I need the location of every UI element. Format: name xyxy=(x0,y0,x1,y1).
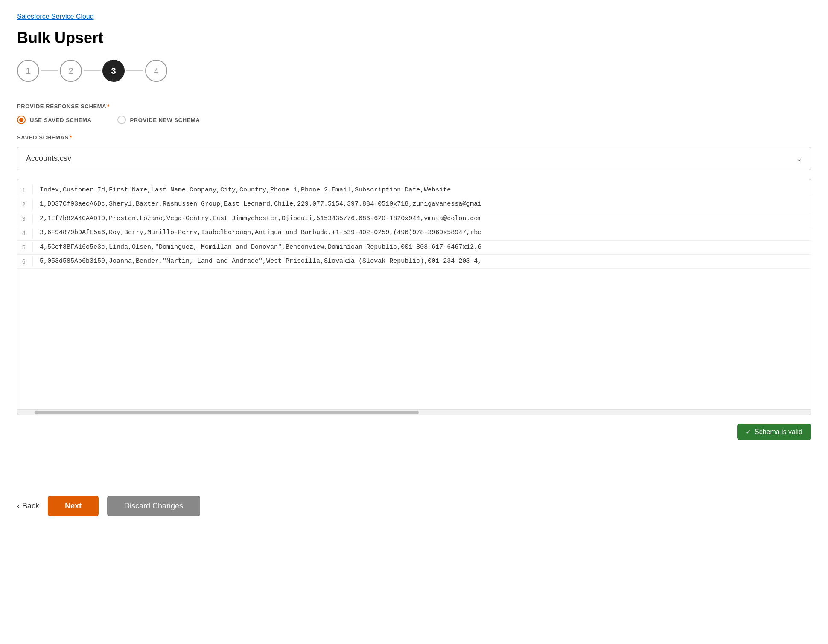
csv-content-4: 3,6F94879bDAfE5a6,Roy,Berry,Murillo-Perr… xyxy=(40,228,481,238)
dropdown-value: Accounts.csv xyxy=(26,154,71,163)
radio-use-saved-circle xyxy=(17,116,26,124)
back-button[interactable]: ‹ Back xyxy=(17,502,39,511)
radio-provide-new[interactable]: PROVIDE NEW SCHEMA xyxy=(117,116,200,124)
csv-content-6: 5,053d585Ab6b3159,Joanna,Bender,"Martin,… xyxy=(40,256,481,267)
page-title: Bulk Upsert xyxy=(17,29,811,47)
breadcrumb-link[interactable]: Salesforce Service Cloud xyxy=(17,13,94,20)
line-num-4: 4 xyxy=(17,228,33,238)
csv-row-3: 3 2,1Ef7b82A4CAAD10,Preston,Lozano,Vega-… xyxy=(17,212,811,226)
schema-valid-text: Schema is valid xyxy=(755,428,802,436)
step-4[interactable]: 4 xyxy=(145,60,167,82)
csv-row-6: 6 5,053d585Ab6b3159,Joanna,Bender,"Marti… xyxy=(17,255,811,269)
schema-valid-badge: ✓ Schema is valid xyxy=(737,424,811,440)
back-chevron-icon: ‹ xyxy=(17,502,20,511)
provide-response-schema-section: PROVIDE RESPONSE SCHEMA* USE SAVED SCHEM… xyxy=(17,103,811,444)
step-connector-2 xyxy=(84,70,101,71)
radio-use-saved[interactable]: USE SAVED SCHEMA xyxy=(17,116,92,124)
next-button[interactable]: Next xyxy=(48,496,99,516)
csv-content-1: Index,Customer Id,First Name,Last Name,C… xyxy=(40,185,451,195)
back-label: Back xyxy=(22,502,39,511)
csv-scrollbar-area[interactable] xyxy=(17,409,811,415)
radio-provide-new-circle xyxy=(117,116,126,124)
csv-preview: 1 Index,Customer Id,First Name,Last Name… xyxy=(17,179,811,415)
radio-provide-new-label: PROVIDE NEW SCHEMA xyxy=(130,117,200,123)
csv-preview-inner[interactable]: 1 Index,Customer Id,First Name,Last Name… xyxy=(17,179,811,409)
stepper: 1 2 3 4 xyxy=(17,60,811,82)
line-num-3: 3 xyxy=(17,214,33,224)
line-num-6: 6 xyxy=(17,256,33,267)
line-num-5: 5 xyxy=(17,242,33,252)
csv-content-3: 2,1Ef7b82A4CAAD10,Preston,Lozano,Vega-Ge… xyxy=(40,214,481,224)
saved-schemas-dropdown[interactable]: Accounts.csv xyxy=(17,147,811,170)
step-1[interactable]: 1 xyxy=(17,60,39,82)
step-3[interactable]: 3 xyxy=(102,60,125,82)
radio-group: USE SAVED SCHEMA PROVIDE NEW SCHEMA xyxy=(17,116,811,124)
step-connector-1 xyxy=(41,70,58,71)
check-icon: ✓ xyxy=(746,428,751,436)
line-num-2: 2 xyxy=(17,199,33,209)
line-num-1: 1 xyxy=(17,185,33,195)
step-connector-3 xyxy=(126,70,143,71)
radio-use-saved-label: USE SAVED SCHEMA xyxy=(30,117,92,123)
csv-row-2: 2 1,DD37Cf93aecA6Dc,Sheryl,Baxter,Rasmus… xyxy=(17,197,811,212)
csv-row-1: 1 Index,Customer Id,First Name,Last Name… xyxy=(17,183,811,197)
schema-valid-area: ✓ Schema is valid xyxy=(17,424,811,444)
csv-content-2: 1,DD37Cf93aecA6Dc,Sheryl,Baxter,Rasmusse… xyxy=(40,199,481,209)
footer-actions: ‹ Back Next Discard Changes xyxy=(17,487,811,516)
step-2[interactable]: 2 xyxy=(60,60,82,82)
empty-rows xyxy=(17,269,811,405)
csv-scrollbar-thumb xyxy=(35,411,419,414)
csv-row-4: 4 3,6F94879bDAfE5a6,Roy,Berry,Murillo-Pe… xyxy=(17,226,811,240)
csv-row-5: 5 4,5Cef8BFA16c5e3c,Linda,Olsen,"Domingu… xyxy=(17,241,811,255)
csv-content-5: 4,5Cef8BFA16c5e3c,Linda,Olsen,"Dominguez… xyxy=(40,242,481,252)
saved-schemas-dropdown-container: Accounts.csv ⌄ xyxy=(17,147,811,170)
discard-changes-button[interactable]: Discard Changes xyxy=(107,496,200,516)
saved-schemas-label: SAVED SCHEMAS* xyxy=(17,134,811,141)
section-label-provide-response: PROVIDE RESPONSE SCHEMA* xyxy=(17,103,811,110)
